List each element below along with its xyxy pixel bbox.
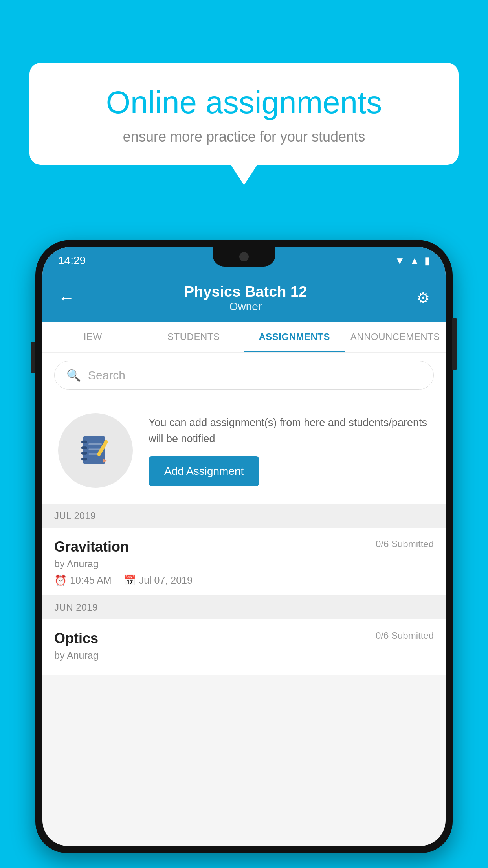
app-bar: ← Physics Batch 12 Owner ⚙ bbox=[42, 274, 446, 322]
meta-time-gravitation: ⏰ 10:45 AM bbox=[54, 574, 112, 587]
status-icons: ▼ ▲ ▮ bbox=[395, 255, 430, 267]
notebook-icon bbox=[78, 433, 113, 468]
svg-rect-4 bbox=[81, 458, 87, 460]
assignment-author-gravitation: by Anurag bbox=[54, 558, 434, 570]
phone: 14:29 ▼ ▲ ▮ ← Physics Batch 12 Owner ⚙ bbox=[35, 240, 453, 868]
side-button-left bbox=[31, 342, 35, 373]
svg-rect-1 bbox=[81, 441, 87, 443]
assignment-item-optics[interactable]: Optics 0/6 Submitted by Anurag bbox=[42, 619, 446, 675]
svg-rect-5 bbox=[88, 443, 102, 445]
svg-rect-3 bbox=[81, 452, 87, 455]
speech-bubble-title: Online assignments bbox=[53, 85, 435, 121]
empty-state-info: You can add assignment(s) from here and … bbox=[149, 415, 430, 486]
search-bar[interactable]: 🔍 Search bbox=[54, 361, 434, 390]
tab-iew[interactable]: IEW bbox=[42, 322, 143, 352]
assignment-title-optics: Optics bbox=[54, 630, 98, 647]
assignment-author-optics: by Anurag bbox=[54, 650, 434, 661]
clock-icon: ⏰ bbox=[54, 574, 67, 587]
back-button[interactable]: ← bbox=[58, 289, 75, 307]
phone-screen: 14:29 ▼ ▲ ▮ ← Physics Batch 12 Owner ⚙ bbox=[42, 247, 446, 846]
phone-notch bbox=[213, 247, 275, 267]
signal-icon: ▲ bbox=[409, 255, 420, 267]
assignment-date-gravitation: Jul 07, 2019 bbox=[139, 575, 193, 586]
assignment-item-gravitation[interactable]: Gravitation 0/6 Submitted by Anurag ⏰ 10… bbox=[42, 528, 446, 596]
battery-icon: ▮ bbox=[424, 255, 430, 267]
app-bar-title: Physics Batch 12 bbox=[184, 283, 307, 300]
assignment-meta-gravitation: ⏰ 10:45 AM 📅 Jul 07, 2019 bbox=[54, 574, 434, 587]
wifi-icon: ▼ bbox=[395, 255, 405, 267]
assignment-top: Gravitation 0/6 Submitted bbox=[54, 539, 434, 555]
assignment-submitted-optics: 0/6 Submitted bbox=[376, 630, 434, 641]
assignment-time-gravitation: 10:45 AM bbox=[70, 575, 112, 586]
search-placeholder: Search bbox=[88, 369, 125, 382]
svg-rect-2 bbox=[81, 446, 87, 449]
section-header-jul: JUL 2019 bbox=[42, 504, 446, 528]
meta-date-gravitation: 📅 Jul 07, 2019 bbox=[123, 574, 193, 587]
side-button-right bbox=[452, 318, 457, 370]
speech-bubble: Online assignments ensure more practice … bbox=[29, 63, 459, 165]
tab-students[interactable]: STUDENTS bbox=[143, 322, 244, 352]
tab-announcements[interactable]: ANNOUNCEMENTS bbox=[345, 322, 446, 352]
assignment-title-gravitation: Gravitation bbox=[54, 539, 129, 555]
add-assignment-button[interactable]: Add Assignment bbox=[149, 456, 259, 486]
notebook-icon-circle bbox=[58, 413, 133, 488]
app-bar-title-group: Physics Batch 12 Owner bbox=[184, 283, 307, 313]
settings-button[interactable]: ⚙ bbox=[416, 289, 430, 307]
section-header-jun: JUN 2019 bbox=[42, 596, 446, 619]
speech-bubble-subtitle: ensure more practice for your students bbox=[53, 129, 435, 145]
search-icon: 🔍 bbox=[66, 368, 81, 382]
empty-state: You can add assignment(s) from here and … bbox=[42, 397, 446, 504]
assignment-submitted-gravitation: 0/6 Submitted bbox=[376, 539, 434, 550]
phone-frame: 14:29 ▼ ▲ ▮ ← Physics Batch 12 Owner ⚙ bbox=[35, 240, 453, 853]
calendar-icon: 📅 bbox=[123, 574, 136, 587]
camera bbox=[239, 252, 249, 261]
assignment-top-optics: Optics 0/6 Submitted bbox=[54, 630, 434, 647]
app-bar-subtitle: Owner bbox=[184, 300, 307, 313]
search-container: 🔍 Search bbox=[42, 353, 446, 397]
status-time: 14:29 bbox=[58, 254, 86, 267]
tabs: IEW STUDENTS ASSIGNMENTS ANNOUNCEMENTS bbox=[42, 322, 446, 353]
speech-bubble-container: Online assignments ensure more practice … bbox=[29, 63, 459, 165]
svg-rect-7 bbox=[88, 453, 98, 455]
empty-state-text: You can add assignment(s) from here and … bbox=[149, 415, 430, 447]
tab-assignments[interactable]: ASSIGNMENTS bbox=[244, 322, 345, 352]
